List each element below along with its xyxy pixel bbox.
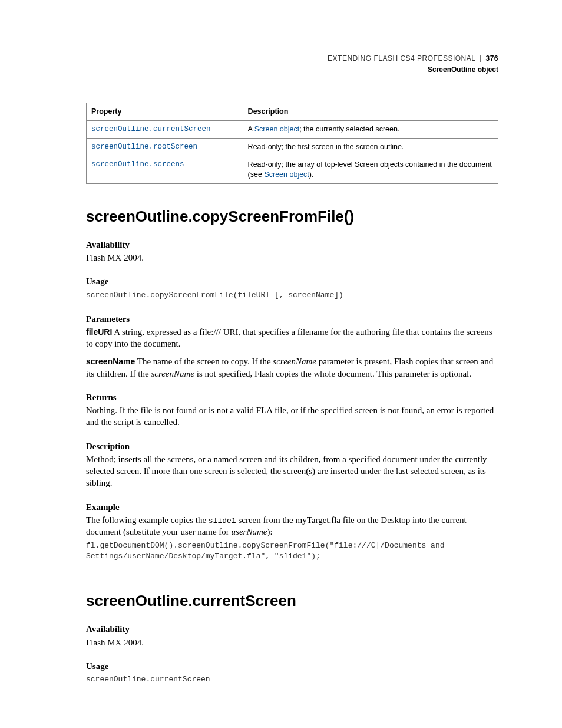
availability-text: Flash MX 2004. xyxy=(86,252,498,263)
example-ital: userName xyxy=(232,527,267,536)
table-row: screenOutline.currentScreen A Screen obj… xyxy=(87,121,498,139)
example-inline-code: slide1 xyxy=(209,516,236,525)
running-header: EXTENDING FLASH CS4 PROFESSIONAL 376 Scr… xyxy=(86,52,498,74)
table-row: screenOutline.rootScreen Read-only; the … xyxy=(87,139,498,156)
availability-text: Flash MX 2004. xyxy=(86,637,498,648)
parameters-label: Parameters xyxy=(86,313,498,325)
table-row: screenOutline.screens Read-only; the arr… xyxy=(87,156,498,184)
description-label: Description xyxy=(86,440,498,452)
param-name: fileURI xyxy=(86,327,112,337)
example-label: Example xyxy=(86,501,498,513)
usage-label: Usage xyxy=(86,660,498,672)
th-property: Property xyxy=(87,103,243,121)
page: EXTENDING FLASH CS4 PROFESSIONAL 376 Scr… xyxy=(0,0,562,728)
usage-label: Usage xyxy=(86,275,498,287)
example-text: The following example copies the xyxy=(86,515,209,525)
param-text: A string, expressed as a file:/// URI, t… xyxy=(86,327,492,348)
description-text: Method; inserts all the screens, or a na… xyxy=(86,453,498,489)
header-separator xyxy=(480,55,481,62)
availability-label: Availability xyxy=(86,239,498,251)
cell-description: Read-only; the array of top-level Screen… xyxy=(243,156,498,184)
returns-text: Nothing. If the file is not found or is … xyxy=(86,404,498,429)
screen-object-link[interactable]: Screen object xyxy=(254,125,299,133)
property-link-rootscreen[interactable]: screenOutline.rootScreen xyxy=(91,143,197,151)
example-text: ): xyxy=(267,527,272,536)
properties-table: Property Description screenOutline.curre… xyxy=(86,103,498,183)
desc-text: A xyxy=(248,125,254,133)
usage-code: screenOutline.currentScreen xyxy=(86,674,498,686)
param-ital: screenName xyxy=(273,357,316,366)
header-title: EXTENDING FLASH CS4 PROFESSIONAL xyxy=(328,54,475,63)
property-link-screens[interactable]: screenOutline.screens xyxy=(91,160,184,169)
param-ital: screenName xyxy=(151,369,194,378)
header-subtitle: ScreenOutline object xyxy=(86,65,498,74)
desc-text: ; the currently selected screen. xyxy=(299,125,399,133)
cell-description: Read-only; the first screen in the scree… xyxy=(243,139,498,156)
usage-code: screenOutline.copyScreenFromFile(fileURI… xyxy=(86,290,498,301)
th-description: Description xyxy=(243,103,498,121)
table-header-row: Property Description xyxy=(87,103,498,121)
param-name: screenName xyxy=(86,357,135,366)
property-link-currentscreen[interactable]: screenOutline.currentScreen xyxy=(91,125,211,133)
example-intro: The following example copies the slide1 … xyxy=(86,514,498,538)
page-number: 376 xyxy=(485,54,498,63)
param-text: The name of the screen to copy. If the xyxy=(135,357,273,366)
param-text: is not specified, Flash copies the whole… xyxy=(194,369,471,378)
section-title-currentscreen: screenOutline.currentScreen xyxy=(86,591,498,611)
desc-text: ). xyxy=(309,170,314,179)
header-line1: EXTENDING FLASH CS4 PROFESSIONAL 376 xyxy=(328,54,498,63)
param-fileuri: fileURI A string, expressed as a file://… xyxy=(86,326,498,350)
returns-label: Returns xyxy=(86,391,498,403)
screen-object-link[interactable]: Screen object xyxy=(264,170,309,179)
cell-property: screenOutline.currentScreen xyxy=(87,121,243,139)
availability-label: Availability xyxy=(86,623,498,635)
cell-description: A Screen object; the currently selected … xyxy=(243,121,498,139)
cell-property: screenOutline.rootScreen xyxy=(87,139,243,156)
example-code: fl.getDocumentDOM().screenOutline.copySc… xyxy=(86,541,498,563)
cell-property: screenOutline.screens xyxy=(87,156,243,184)
section-title-copyscreenfromfile: screenOutline.copyScreenFromFile() xyxy=(86,206,498,227)
param-screenname: screenName The name of the screen to cop… xyxy=(86,355,498,380)
